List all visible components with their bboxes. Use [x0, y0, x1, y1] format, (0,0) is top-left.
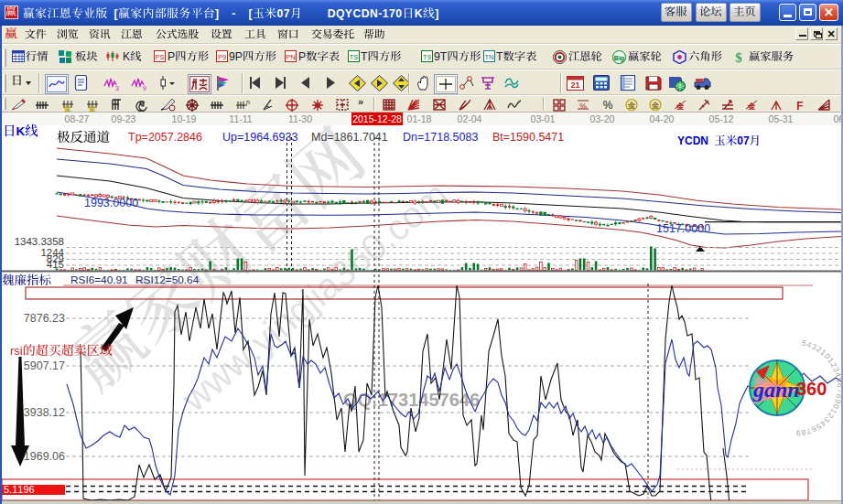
svg-text:Md=1861.7041: Md=1861.7041: [311, 131, 388, 144]
svg-text:9: 9: [795, 429, 801, 438]
svg-text:07: 07: [737, 134, 750, 147]
svg-text:5907.17: 5907.17: [24, 359, 65, 372]
svg-text:1517.0000: 1517.0000: [656, 222, 710, 235]
svg-text:www.yingjia360.com: www.yingjia360.com: [173, 174, 455, 420]
svg-text:1343.3358: 1343.3358: [15, 236, 64, 247]
svg-text:3938.12: 3938.12: [24, 406, 65, 419]
svg-text:7876.23: 7876.23: [24, 312, 65, 325]
svg-text:YCDN: YCDN: [677, 134, 708, 147]
svg-text:QQ:1731457646: QQ:1731457646: [343, 390, 480, 410]
svg-text:RSI6=40.91: RSI6=40.91: [70, 273, 128, 286]
svg-text:5.1196: 5.1196: [4, 484, 35, 495]
svg-text:RSI12=50.64: RSI12=50.64: [135, 273, 200, 286]
svg-text:Tp=2057.2846: Tp=2057.2846: [128, 131, 202, 144]
svg-text:K: K: [16, 124, 26, 138]
svg-text:1993.0000: 1993.0000: [84, 197, 138, 209]
svg-text:Bt=1590.5471: Bt=1590.5471: [492, 131, 564, 144]
svg-text:gann: gann: [752, 378, 800, 402]
svg-text:Up=1964.6933: Up=1964.6933: [222, 131, 297, 144]
svg-text:Dn=1718.5083: Dn=1718.5083: [403, 131, 478, 144]
svg-text:360: 360: [796, 379, 827, 399]
svg-text:rsi: rsi: [10, 344, 23, 358]
svg-text:1969.06: 1969.06: [24, 450, 65, 463]
svg-text:415: 415: [47, 259, 64, 270]
